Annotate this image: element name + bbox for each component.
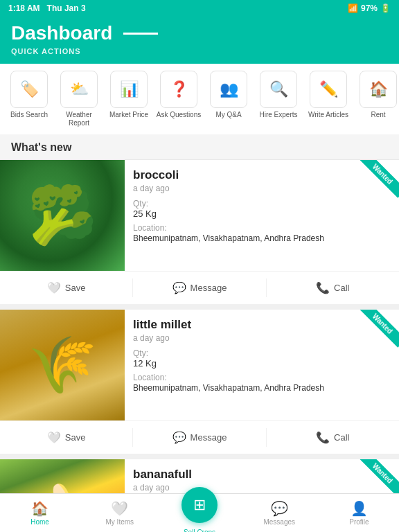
nav-messages-label: Messages bbox=[263, 518, 295, 526]
heart-save-icon: 🤍 bbox=[47, 281, 61, 294]
little-millet-call-btn[interactable]: 📞 Call bbox=[266, 428, 399, 447]
bids-search-icon: 🏷️ bbox=[10, 71, 48, 108]
broccoli-time: a day ago bbox=[133, 184, 391, 193]
nav-sell-label: Sell Crops bbox=[184, 529, 215, 532]
nav-messages[interactable]: 💬 Messages bbox=[240, 500, 319, 526]
little-millet-call-label: Call bbox=[334, 432, 349, 443]
my-qa-icon: 👥 bbox=[210, 71, 247, 108]
little-millet-title: little millet bbox=[133, 318, 391, 332]
quick-action-bids-search[interactable]: 🏷️ Bids Search bbox=[6, 71, 53, 127]
weather-report-label: Weather Report bbox=[55, 111, 103, 127]
status-time: 1:18 AM Thu Jan 3 bbox=[8, 3, 86, 13]
nav-sell-crops[interactable]: ⊞ Sell Crops bbox=[159, 487, 239, 532]
rent-label: Rent bbox=[371, 111, 385, 119]
status-bar: 1:18 AM Thu Jan 3 📶 97% 🔋 bbox=[0, 0, 399, 17]
bids-search-label: Bids Search bbox=[10, 111, 48, 119]
broccoli-location-label: Location: bbox=[133, 223, 391, 233]
write-articles-label: Write Articles bbox=[308, 111, 348, 119]
quick-action-hire-experts[interactable]: 🔍 Hire Experts bbox=[255, 71, 302, 127]
header: Dashboard QUICK ACTIONS bbox=[0, 17, 399, 64]
broccoli-call-label: Call bbox=[334, 283, 349, 293]
market-price-icon: 📊 bbox=[110, 71, 148, 108]
phone-icon: 📞 bbox=[316, 281, 330, 294]
market-price-label: Market Price bbox=[109, 111, 148, 119]
profile-icon: 👤 bbox=[351, 500, 368, 517]
little-millet-image: 🌾 bbox=[0, 310, 125, 420]
rent-icon: 🏠 bbox=[360, 71, 397, 108]
broccoli-location: Bheemunipatnam, Visakhapatnam, Andhra Pr… bbox=[133, 233, 391, 245]
write-articles-icon: ✏️ bbox=[310, 71, 347, 108]
ask-questions-icon: ❓ bbox=[160, 71, 197, 108]
broccoli-image: 🥦 bbox=[0, 160, 125, 271]
heart-save-icon: 🤍 bbox=[47, 431, 61, 444]
whats-new-title: What's new bbox=[0, 134, 399, 160]
bottom-nav: 🏠 Home 🤍 My Items ⊞ Sell Crops 💬 Message… bbox=[0, 493, 399, 532]
hire-experts-icon: 🔍 bbox=[260, 71, 297, 108]
little-millet-qty: 12 Kg bbox=[133, 358, 391, 369]
my-qa-label: My Q&A bbox=[215, 111, 241, 119]
quick-action-rent[interactable]: 🏠 Rent bbox=[355, 71, 399, 127]
product-card-broccoli: 🥦 broccoli a day ago Qty: 25 Kg Location… bbox=[0, 160, 399, 304]
quick-actions-bar: 🏷️ Bids Search ⛅ Weather Report 📊 Market… bbox=[0, 64, 399, 134]
little-millet-message-btn[interactable]: 💬 Message bbox=[132, 428, 265, 447]
title-decoration bbox=[123, 33, 158, 35]
broccoli-message-btn[interactable]: 💬 Message bbox=[132, 278, 265, 297]
ask-questions-label: Ask Questions bbox=[157, 111, 201, 119]
quick-action-write-articles[interactable]: ✏️ Write Articles bbox=[305, 71, 352, 127]
quick-action-market-price[interactable]: 📊 Market Price bbox=[105, 71, 152, 127]
bananafull-title: bananafull bbox=[133, 468, 391, 481]
quick-action-weather-report[interactable]: ⛅ Weather Report bbox=[55, 71, 103, 127]
broccoli-actions: 🤍 Save 💬 Message 📞 Call bbox=[0, 271, 399, 304]
grid-icon: ⊞ bbox=[193, 496, 206, 514]
nav-home[interactable]: 🏠 Home bbox=[0, 500, 80, 526]
little-millet-time: a day ago bbox=[133, 333, 391, 343]
broccoli-qty-label: Qty: bbox=[133, 199, 391, 209]
content-area: What's new 🥦 broccoli a day ago Qty: 25 … bbox=[0, 134, 399, 532]
sell-crops-button[interactable]: ⊞ bbox=[181, 487, 218, 523]
nav-profile[interactable]: 👤 Profile bbox=[319, 500, 399, 526]
broccoli-save-label: Save bbox=[65, 283, 86, 293]
little-millet-save-label: Save bbox=[65, 432, 86, 443]
nav-profile-label: Profile bbox=[349, 518, 369, 526]
products-list: 🥦 broccoli a day ago Qty: 25 Kg Location… bbox=[0, 160, 399, 532]
home-icon: 🏠 bbox=[31, 500, 48, 517]
page-title: Dashboard bbox=[11, 22, 388, 44]
broccoli-title: broccoli bbox=[133, 168, 391, 182]
little-millet-message-label: Message bbox=[190, 432, 227, 443]
broccoli-qty: 25 Kg bbox=[133, 209, 391, 219]
chat-icon: 💬 bbox=[172, 281, 186, 294]
broccoli-content: broccoli a day ago Qty: 25 Kg Location: … bbox=[125, 160, 399, 271]
hire-experts-label: Hire Experts bbox=[259, 111, 297, 119]
little-millet-save-btn[interactable]: 🤍 Save bbox=[0, 428, 132, 447]
quick-action-ask-questions[interactable]: ❓ Ask Questions bbox=[155, 71, 202, 127]
weather-report-icon: ⛅ bbox=[60, 71, 98, 108]
heart-icon: 🤍 bbox=[111, 500, 128, 517]
wifi-icon: 📶 bbox=[348, 3, 358, 13]
quick-action-my-qa[interactable]: 👥 My Q&A bbox=[205, 71, 252, 127]
little-millet-location-label: Location: bbox=[133, 373, 391, 382]
broccoli-call-btn[interactable]: 📞 Call bbox=[266, 278, 399, 297]
quick-actions-label: QUICK ACTIONS bbox=[11, 47, 388, 55]
broccoli-save-btn[interactable]: 🤍 Save bbox=[0, 278, 132, 297]
phone-icon: 📞 bbox=[316, 431, 330, 444]
battery-level: 97% bbox=[361, 3, 378, 13]
message-icon: 💬 bbox=[271, 500, 288, 517]
battery-icon: 🔋 bbox=[380, 3, 391, 13]
chat-icon: 💬 bbox=[172, 431, 186, 444]
nav-home-label: Home bbox=[30, 518, 49, 526]
little-millet-actions: 🤍 Save 💬 Message 📞 Call bbox=[0, 420, 399, 454]
little-millet-content: little millet a day ago Qty: 12 Kg Locat… bbox=[125, 310, 399, 420]
product-card-little-millet: 🌾 little millet a day ago Qty: 12 Kg Loc… bbox=[0, 310, 399, 454]
broccoli-message-label: Message bbox=[190, 283, 227, 293]
nav-my-items[interactable]: 🤍 My Items bbox=[80, 500, 159, 526]
little-millet-location: Bheemunipatnam, Visakhapatnam, Andhra Pr… bbox=[133, 382, 391, 394]
little-millet-qty-label: Qty: bbox=[133, 348, 391, 358]
nav-my-items-label: My Items bbox=[106, 518, 134, 526]
status-right: 📶 97% 🔋 bbox=[348, 3, 391, 13]
